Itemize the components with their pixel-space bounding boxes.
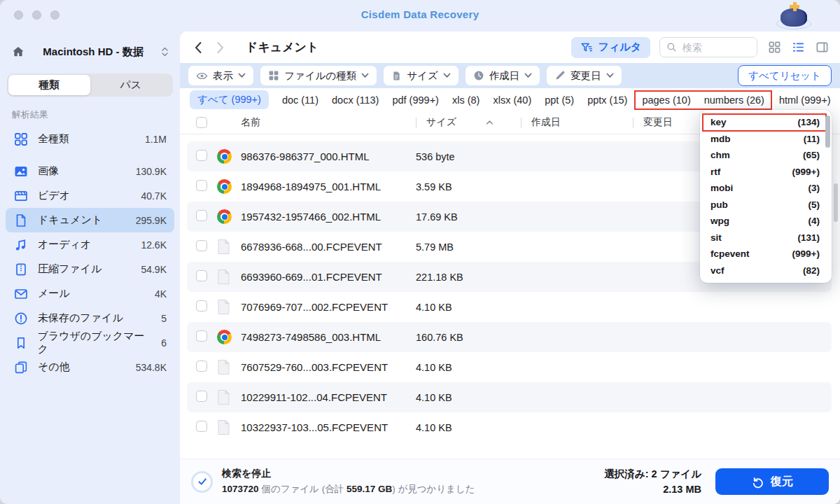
filter-pill[interactable]: 作成日 xyxy=(465,66,540,85)
select-all-checkbox[interactable] xyxy=(196,117,207,128)
sidebar-item[interactable]: 圧縮ファイル 54.9K xyxy=(6,257,174,281)
more-types-menu: key (134) mdb (11) chm (65) rtf (999+) m… xyxy=(700,110,832,283)
stop-scan-label[interactable]: 検索を停止 xyxy=(222,468,475,480)
type-menu-item-label: fcpevent xyxy=(710,248,750,259)
type-chip[interactable]: pages (10) xyxy=(642,94,690,106)
type-menu-item[interactable]: fcpevent (999+) xyxy=(700,246,832,262)
type-menu-item[interactable]: pub (5) xyxy=(700,197,832,214)
sort-asc-icon[interactable] xyxy=(486,120,493,125)
column-name[interactable]: 名前 xyxy=(241,111,416,134)
list-scrollbar[interactable] xyxy=(834,183,838,222)
column-created[interactable]: 作成日 xyxy=(521,111,633,134)
sidebar-item[interactable]: その他 534.8K xyxy=(6,355,174,379)
type-chip[interactable]: doc (11) xyxy=(282,94,318,106)
column-size[interactable]: サイズ xyxy=(416,111,521,134)
table-row[interactable]: 10322937-103...05.FCPEVENT 4.10 KB xyxy=(187,412,832,442)
type-chip[interactable]: numbers (26) xyxy=(704,94,764,106)
type-menu-item-label: mobi xyxy=(710,183,733,193)
reset-all-button[interactable]: すべてリセット xyxy=(738,65,832,86)
type-chip[interactable]: ppt (5) xyxy=(545,94,574,106)
sidebar-item-count: 5 xyxy=(161,313,167,324)
type-menu-item-label: sit xyxy=(710,232,722,243)
search-box[interactable] xyxy=(659,37,757,57)
sidebar-tab[interactable]: 種類 xyxy=(8,75,90,95)
type-menu-item[interactable]: rtf (999+) xyxy=(700,164,832,181)
select-updown-icon[interactable] xyxy=(161,46,169,58)
table-row[interactable]: 7498273-7498586_003.HTML 160.76 KB xyxy=(187,322,832,352)
sidebar-item[interactable]: メール 4K xyxy=(6,281,174,306)
table-row[interactable]: 7607529-760...003.FCPEVENT 4.10 KB xyxy=(187,352,832,382)
forward-button[interactable] xyxy=(212,38,229,57)
sidebar-item-icon xyxy=(13,262,29,276)
type-chip[interactable]: docx (113) xyxy=(332,94,379,106)
sidebar-item[interactable]: ブラウザのブックマーク 6 xyxy=(6,330,174,355)
type-chips-row: すべて (999+) doc (11) docx (113) pdf (999+… xyxy=(180,88,840,111)
source-selector[interactable]: Macintosh HD - 数据 xyxy=(0,40,180,64)
selection-summary: 選択済み: 2 ファイル 2.13 MB xyxy=(604,466,701,498)
row-checkbox[interactable] xyxy=(196,330,207,342)
sidebar-item[interactable]: 画像 130.9K xyxy=(6,159,174,183)
row-checkbox[interactable] xyxy=(196,180,207,191)
recover-button[interactable]: 復元 xyxy=(715,468,829,495)
row-checkbox[interactable] xyxy=(196,240,207,251)
filter-pill[interactable]: ファイルの種類 xyxy=(260,66,377,85)
type-menu-item[interactable]: chm (65) xyxy=(700,147,832,164)
sidebar-tab[interactable]: パス xyxy=(90,75,172,95)
row-checkbox[interactable] xyxy=(196,360,207,372)
sidebar-item[interactable]: 全種類 1.1M xyxy=(6,127,174,151)
row-checkbox[interactable] xyxy=(196,270,207,281)
type-menu-item-count: (3) xyxy=(808,183,820,193)
sidebar-item[interactable]: ドキュメント 295.9K xyxy=(6,208,174,232)
type-chip[interactable]: pdf (999+) xyxy=(392,94,439,106)
sidebar-item-count: 130.9K xyxy=(136,166,167,177)
type-chip[interactable]: すべて (999+) xyxy=(190,90,269,109)
title-bar: Cisdem Data Recovery xyxy=(0,0,840,31)
file-type-icon xyxy=(217,209,241,224)
back-button[interactable] xyxy=(190,38,206,57)
chrome-html-icon xyxy=(217,149,232,164)
filter-pill[interactable]: 変更日 xyxy=(547,66,622,85)
table-row[interactable]: 7076969-707...002.FCPEVENT 4.10 KB xyxy=(187,292,832,322)
type-menu-item-count: (999+) xyxy=(792,167,820,177)
file-type-icon xyxy=(217,389,241,405)
row-checkbox[interactable] xyxy=(196,421,207,432)
row-checkbox[interactable] xyxy=(196,391,207,402)
sidebar-item[interactable]: オーディオ 12.6K xyxy=(6,232,174,257)
row-checkbox[interactable] xyxy=(196,150,207,161)
view-list-icon[interactable] xyxy=(792,41,805,54)
type-menu-item[interactable]: wpg (4) xyxy=(700,213,832,230)
type-chip[interactable]: pptx (15) xyxy=(587,94,627,106)
type-menu-item[interactable]: sit (131) xyxy=(700,230,832,246)
row-checkbox[interactable] xyxy=(196,300,207,312)
view-grid-icon[interactable] xyxy=(768,41,781,54)
type-chip[interactable]: html (999+) xyxy=(779,94,831,106)
type-menu-item[interactable]: vcf (82) xyxy=(700,262,832,279)
row-checkbox[interactable] xyxy=(196,210,207,221)
view-column-icon[interactable] xyxy=(816,41,829,54)
type-menu-item[interactable]: key (134) xyxy=(700,114,832,131)
table-row[interactable]: 10229911-102...04.FCPEVENT 4.10 KB xyxy=(187,382,832,412)
file-size: 4.10 KB xyxy=(416,362,521,373)
type-chip[interactable]: xlsx (40) xyxy=(493,94,531,106)
filter-pill-label: ファイルの種類 xyxy=(284,69,356,83)
menu-scrollbar[interactable] xyxy=(825,115,830,148)
file-name: 7076969-707...002.FCPEVENT xyxy=(241,301,416,313)
source-label[interactable]: Macintosh HD - 数据 xyxy=(25,46,161,59)
filter-pill[interactable]: 表示 xyxy=(188,66,253,85)
app-mascot-logo[interactable] xyxy=(774,2,813,30)
generic-file-icon xyxy=(217,419,230,435)
stop-scan-button[interactable] xyxy=(191,471,213,493)
type-chip[interactable]: xls (8) xyxy=(452,94,479,106)
type-menu-item[interactable]: mobi (3) xyxy=(700,180,832,197)
file-size: 17.69 KB xyxy=(416,211,521,223)
home-icon[interactable] xyxy=(11,45,25,59)
sidebar-item[interactable]: 未保存のファイル 5 xyxy=(6,306,174,330)
filter-button[interactable]: フィルタ xyxy=(571,37,650,58)
sidebar-item-count: 534.8K xyxy=(136,362,167,373)
sidebar-item[interactable]: ビデオ 40.7K xyxy=(6,183,174,208)
type-menu-item[interactable]: mdb (11) xyxy=(700,131,832,148)
filter-pill[interactable]: サイズ xyxy=(384,66,458,85)
type-menu-item-count: (65) xyxy=(803,150,820,160)
search-input[interactable] xyxy=(681,41,750,54)
sidebar-item-icon xyxy=(13,189,29,203)
